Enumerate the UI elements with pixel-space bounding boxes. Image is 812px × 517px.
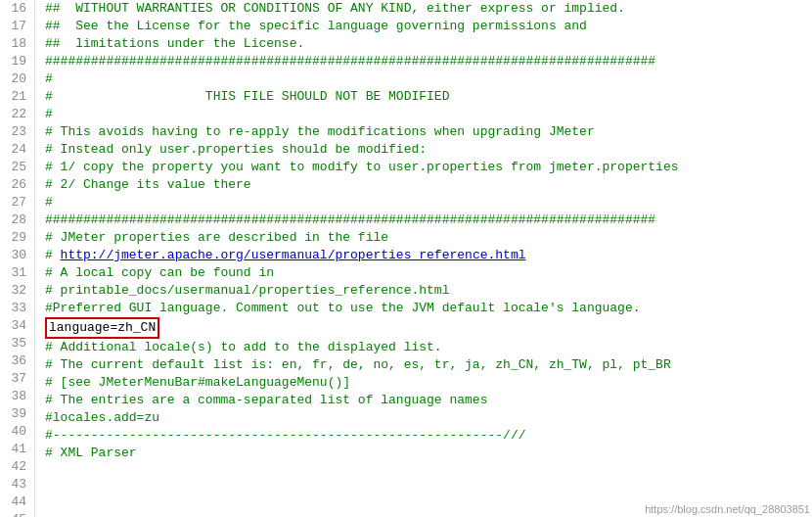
line-number: 30 [4,247,26,264]
line-number: 40 [4,423,26,441]
line-number: 27 [4,194,26,212]
line-number: 26 [4,176,26,194]
code-line: # [45,70,812,88]
code-line: ########################################… [45,212,812,229]
line-number: 44 [4,494,26,511]
line-number: 32 [4,282,26,300]
line-number: 39 [4,405,26,423]
code-line: # http://jmeter.apache.org/usermanual/pr… [45,247,812,264]
highlighted-code: language=zh_CN [45,317,159,339]
url-link[interactable]: http://jmeter.apache.org/usermanual/prop… [61,248,526,262]
line-number: 33 [4,300,26,317]
code-line: #---------------------------------------… [45,427,812,445]
line-number: 35 [4,335,26,352]
line-number: 16 [4,0,26,18]
line-number: 38 [4,388,26,405]
code-line: ## See the License for the specific lang… [45,18,812,35]
code-line: # printable_docs/usermanual/properties_r… [45,282,812,300]
line-number: 22 [4,106,26,123]
line-number: 29 [4,229,26,247]
line-number: 21 [4,88,26,106]
watermark: https://blog.csdn.net/qq_28803851 [645,503,810,515]
code-line: # JMeter properties are described in the… [45,229,812,247]
line-number: 42 [4,458,26,476]
code-line: # [45,194,812,212]
code-line: # The entries are a comma-separated list… [45,392,812,409]
line-number: 43 [4,476,26,494]
code-line: ########################################… [45,53,812,70]
code-container: 1617181920212223242526272829303132333435… [0,0,812,517]
code-area[interactable]: ## WITHOUT WARRANTIES OR CONDITIONS OF A… [35,0,812,517]
line-number: 34 [4,317,26,335]
code-line: # [see JMeterMenuBar#makeLanguageMenu()] [45,374,812,392]
line-number: 19 [4,53,26,70]
code-line: language=zh_CN [45,317,812,339]
code-line: # A local copy can be found in [45,264,812,282]
code-line: ## WITHOUT WARRANTIES OR CONDITIONS OF A… [45,0,812,18]
code-line: #locales.add=zu [45,409,812,427]
line-number: 37 [4,370,26,388]
line-number: 24 [4,141,26,159]
line-number: 23 [4,123,26,141]
code-line: # 1/ copy the property you want to modif… [45,159,812,176]
code-line: # Additional locale(s) to add to the dis… [45,339,812,356]
line-number: 18 [4,35,26,53]
line-number: 45 [4,511,26,517]
line-number: 41 [4,441,26,458]
line-number: 17 [4,18,26,35]
line-number: 31 [4,264,26,282]
line-number: 36 [4,352,26,370]
code-line: # This avoids having to re-apply the mod… [45,123,812,141]
line-number: 20 [4,70,26,88]
code-line: # 2/ Change its value there [45,176,812,194]
code-line: # The current default list is: en, fr, d… [45,356,812,374]
line-number: 28 [4,212,26,229]
code-line: #Preferred GUI language. Comment out to … [45,300,812,317]
code-line: # [45,106,812,123]
code-line: ## limitations under the License. [45,35,812,53]
comment-hash: # [45,248,61,262]
line-number: 25 [4,159,26,176]
code-line: # THIS FILE SHOULD NOT BE MODIFIED [45,88,812,106]
code-line: # Instead only user.properties should be… [45,141,812,159]
code-line: # XML Parser [45,445,812,462]
line-numbers: 1617181920212223242526272829303132333435… [0,0,35,517]
